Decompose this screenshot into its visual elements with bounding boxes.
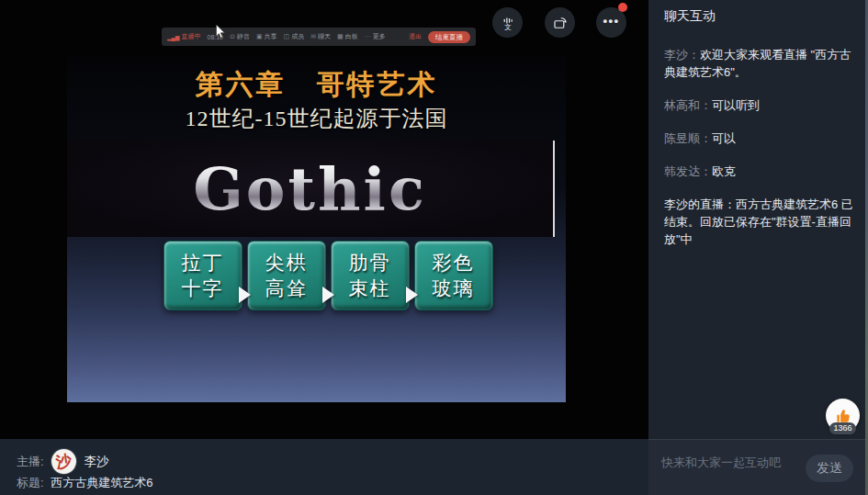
toolbar-item-成员: ◫成员 bbox=[284, 32, 305, 41]
chat-sidebar: 聊天互动 李沙：欢迎大家来观看直播 "西方古典建筑艺术6"。林高和：可以听到陈昱… bbox=[648, 0, 868, 439]
chat-message-text: 可以 bbox=[712, 131, 736, 145]
flow-box-label: 拉丁 十字 bbox=[182, 250, 224, 302]
chat-input[interactable] bbox=[661, 451, 804, 473]
host-info-bar: 主播: 沙 李沙 标题: 西方古典建筑艺术6 bbox=[0, 439, 648, 495]
chat-message-list[interactable]: 李沙：欢迎大家来观看直播 "西方古典建筑艺术6"。林高和：可以听到陈昱顺：可以韩… bbox=[664, 46, 853, 248]
chat-sender-name: 林高和： bbox=[664, 98, 712, 112]
chat-message: 林高和：可以听到 bbox=[664, 96, 853, 114]
avatar-seal-glyph: 沙 bbox=[54, 450, 73, 473]
flow-diagram: 拉丁 十字尖栱 高耸肋骨 束柱彩色 玻璃 bbox=[152, 241, 504, 310]
video-surface[interactable]: ▂▄▆ 直播中 08:10 ⊙静音▣共享◫成员✉聊天▦白板⋯更多 退出 结束直播… bbox=[0, 0, 648, 439]
gothic-hero-image: Gothic bbox=[67, 141, 555, 237]
rotate-screen-button[interactable] bbox=[545, 7, 575, 38]
flow-box-label: 尖栱 高耸 bbox=[265, 250, 308, 302]
flow-box: 彩色 玻璃 bbox=[414, 241, 493, 310]
chat-message: 陈昱顺：可以 bbox=[664, 129, 853, 147]
flow-box: 拉丁 十字 bbox=[163, 241, 242, 310]
host-label: 主播: bbox=[17, 454, 44, 470]
chat-sender-name: 陈昱顺： bbox=[664, 131, 712, 145]
exit-label: 退出 bbox=[409, 32, 422, 41]
toolbar-item-共享: ▣共享 bbox=[256, 32, 277, 41]
presentation-slide: 第六章 哥特艺术 12世纪-15世纪起源于法国 Gothic 拉丁 十字尖栱 高… bbox=[67, 55, 566, 402]
like-button[interactable]: 1366 bbox=[826, 399, 861, 437]
toolbar-items: ⊙静音▣共享◫成员✉聊天▦白板⋯更多 bbox=[230, 32, 386, 41]
flow-arrow-icon bbox=[406, 287, 418, 303]
flow-arrow-icon bbox=[239, 287, 251, 303]
gothic-word: Gothic bbox=[193, 154, 427, 223]
chat-sender-name: 李沙的直播： bbox=[664, 197, 736, 211]
more-dots-icon: ••• bbox=[603, 14, 619, 31]
host-name: 李沙 bbox=[85, 454, 109, 470]
flow-arrow-icon bbox=[322, 287, 334, 303]
svg-text:文: 文 bbox=[504, 22, 512, 30]
shared-screen-toolbar: ▂▄▆ 直播中 08:10 ⊙静音▣共享◫成员✉聊天▦白板⋯更多 退出 结束直播 bbox=[162, 28, 476, 46]
send-button[interactable]: 发送 bbox=[806, 455, 853, 482]
chat-message: 韩发达：欧克 bbox=[664, 163, 853, 180]
like-count-badge: 1366 bbox=[829, 422, 856, 434]
subtitle-translate-button[interactable]: 文 bbox=[492, 7, 523, 38]
chat-sender-name: 韩发达： bbox=[664, 164, 712, 178]
chat-message: 李沙的直播：西方古典建筑艺术6 已结束。回放已保存在"群设置-直播回放"中 bbox=[664, 196, 853, 248]
toolbar-item-聊天: ✉聊天 bbox=[310, 32, 331, 41]
mouse-cursor bbox=[215, 25, 226, 39]
toolbar-item-白板: ▦白板 bbox=[337, 32, 358, 41]
slide-subtitle: 12世纪-15世纪起源于法国 bbox=[67, 104, 566, 133]
live-signal-icon: ▂▄▆ bbox=[167, 34, 179, 40]
toolbar-item-静音: ⊙静音 bbox=[230, 32, 250, 41]
slide-chapter-title: 第六章 哥特艺术 bbox=[67, 66, 566, 104]
flow-box-label: 肋骨 束柱 bbox=[349, 250, 391, 302]
end-live-pill: 结束直播 bbox=[428, 31, 470, 43]
notification-dot bbox=[618, 3, 627, 12]
host-avatar[interactable]: 沙 bbox=[51, 449, 76, 474]
toolbar-item-更多: ⋯更多 bbox=[365, 32, 386, 41]
flow-box-label: 彩色 玻璃 bbox=[433, 250, 475, 302]
chat-header: 聊天互动 bbox=[648, 0, 868, 25]
chat-sender-name: 李沙： bbox=[664, 48, 700, 62]
stream-title-label: 标题: bbox=[17, 476, 44, 489]
flow-box: 尖栱 高耸 bbox=[247, 241, 326, 310]
stream-title-value: 西方古典建筑艺术6 bbox=[51, 476, 152, 489]
rotate-screen-icon bbox=[552, 15, 569, 31]
chat-message: 李沙：欢迎大家来观看直播 "西方古典建筑艺术6"。 bbox=[664, 46, 853, 81]
live-stream-window: ▂▄▆ 直播中 08:10 ⊙静音▣共享◫成员✉聊天▦白板⋯更多 退出 结束直播… bbox=[0, 0, 868, 495]
subtitle-translate-icon: 文 bbox=[500, 15, 516, 31]
chat-message-text: 可以听到 bbox=[712, 98, 760, 112]
live-status: ▂▄▆ 直播中 bbox=[167, 32, 200, 41]
chat-input-bar: 发送 bbox=[648, 439, 868, 495]
flow-box: 肋骨 束柱 bbox=[331, 241, 410, 310]
chat-message-text: 欧克 bbox=[712, 164, 736, 178]
